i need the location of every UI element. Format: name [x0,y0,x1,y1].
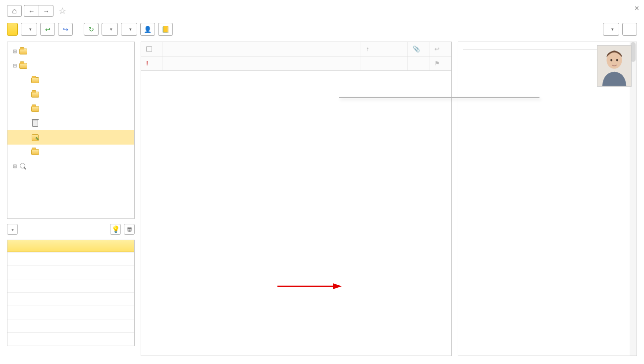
avatar [597,45,632,87]
trash-icon [32,120,38,127]
scrollbar[interactable] [630,42,637,356]
col-addressee[interactable] [163,42,361,56]
search-icon [20,163,27,170]
back-button[interactable] [24,5,39,17]
filter-button[interactable]: ⛃ [124,224,135,235]
filter-panel [7,240,135,346]
quick-search-row: 💡 ⛃ [7,222,135,237]
funnel-icon: ⛃ [127,226,132,233]
folder-icon [31,92,39,98]
filter-row[interactable] [7,252,134,265]
email-list: ↩ ! [141,42,452,356]
filter-row[interactable] [7,279,134,292]
col-reply[interactable]: ↩ [429,42,451,56]
col-flag[interactable] [429,56,451,70]
contacts-button[interactable] [158,23,173,36]
more-button[interactable]: ▾ [603,23,619,36]
refresh-button[interactable] [84,23,99,36]
tree-sent[interactable] [7,102,134,116]
close-button[interactable]: × [635,4,639,13]
create-based-button[interactable]: ▾ [102,23,118,36]
folder-icon [19,49,27,54]
svg-point-3 [616,59,618,61]
flag-icon [434,60,440,67]
reply-button[interactable]: ▾ [21,23,37,36]
bulb-icon: 💡 [111,225,120,233]
compose-button[interactable] [7,23,18,36]
col-checkbox[interactable] [141,42,163,56]
draft-icon [32,134,39,141]
folder-icon [31,77,39,83]
col-attachment[interactable] [408,42,429,56]
col-k[interactable] [408,56,429,70]
forward-button-tb[interactable]: ↪ [58,23,73,36]
col-subject[interactable] [163,56,361,70]
send-button[interactable]: ▾ [121,23,137,36]
filter-row[interactable] [7,306,134,319]
home-button[interactable] [7,5,22,17]
col-important[interactable]: ! [141,56,163,70]
find-person-button[interactable] [140,23,155,36]
filter-head[interactable] [7,240,134,252]
person-icon [144,26,152,33]
tree-user[interactable]: ⊟ [7,58,134,73]
folder-icon [19,63,27,69]
tree-shared[interactable]: ⊞ [7,44,134,58]
help-button[interactable] [622,23,637,36]
folder-tree: ⊞ ⊟ ⊞ [7,42,135,219]
filter-row[interactable] [7,332,134,346]
folder-icon [31,106,39,112]
forward-button[interactable] [39,5,54,17]
preview-pane [458,42,637,356]
svg-marker-5 [333,283,342,289]
tree-trash[interactable] [7,116,134,130]
folder-icon [31,149,39,155]
tree-outbox[interactable] [7,87,134,102]
col-date[interactable] [361,42,408,56]
tree-drafts[interactable] [7,130,134,145]
hint-button[interactable]: 💡 [110,224,121,235]
star-icon[interactable]: ☆ [58,5,66,16]
filter-row[interactable] [7,292,134,306]
svg-point-2 [610,59,612,61]
tree-spam[interactable] [7,145,134,159]
filter-row[interactable] [7,265,134,279]
contacts-icon [161,26,169,33]
list-header-2: ! [141,56,451,71]
list-header-1: ↩ [141,42,451,56]
context-menu [339,97,539,98]
toolbar: ▾ ↩ ↪ ▾ ▾ ▾ [0,20,644,42]
tree-search-folders[interactable]: ⊞ [7,159,134,173]
reply-all-button[interactable]: ↩ [40,23,55,36]
quick-search-toggle[interactable] [7,224,18,235]
tree-inbox[interactable] [7,73,134,87]
filter-row[interactable] [7,319,134,332]
clip-icon [413,46,420,52]
annotation-arrow [277,281,342,291]
col-spacer [361,56,408,70]
